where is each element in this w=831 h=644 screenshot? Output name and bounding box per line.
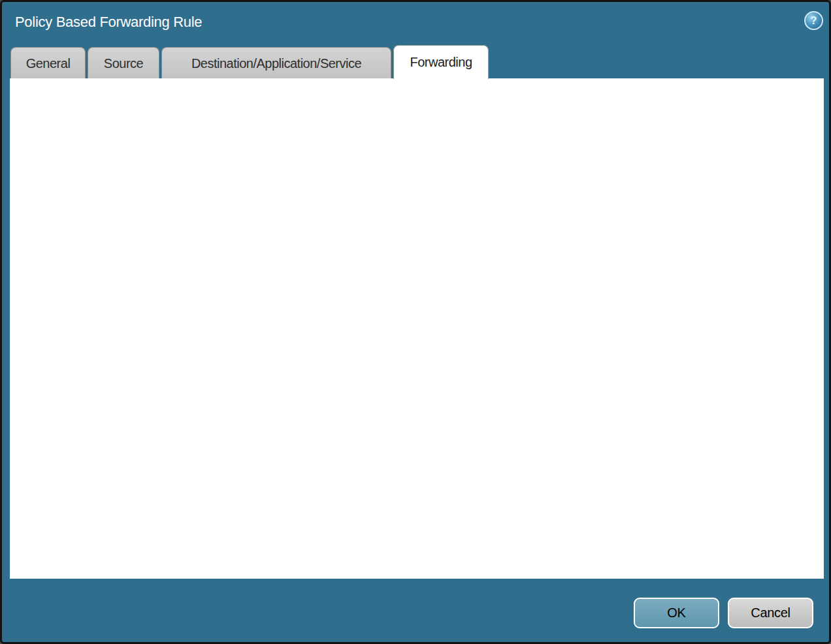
dialog-title: Policy Based Forwarding Rule [15,14,202,31]
tab-label: Destination/Application/Service [191,56,361,71]
tab-label: General [26,56,71,71]
tab-source[interactable]: Source [88,47,159,79]
tab-content-panel [10,78,824,579]
tab-general[interactable]: General [10,47,86,79]
tab-label: Source [104,56,143,71]
help-icon[interactable]: ? [804,11,823,30]
tab-forwarding[interactable]: Forwarding [393,45,489,79]
policy-based-forwarding-dialog: Policy Based Forwarding Rule ? General S… [0,0,831,644]
tab-label: Forwarding [410,55,472,70]
cancel-button[interactable]: Cancel [728,598,813,628]
tab-destination-application-service[interactable]: Destination/Application/Service [161,47,391,79]
ok-button[interactable]: OK [634,598,719,628]
